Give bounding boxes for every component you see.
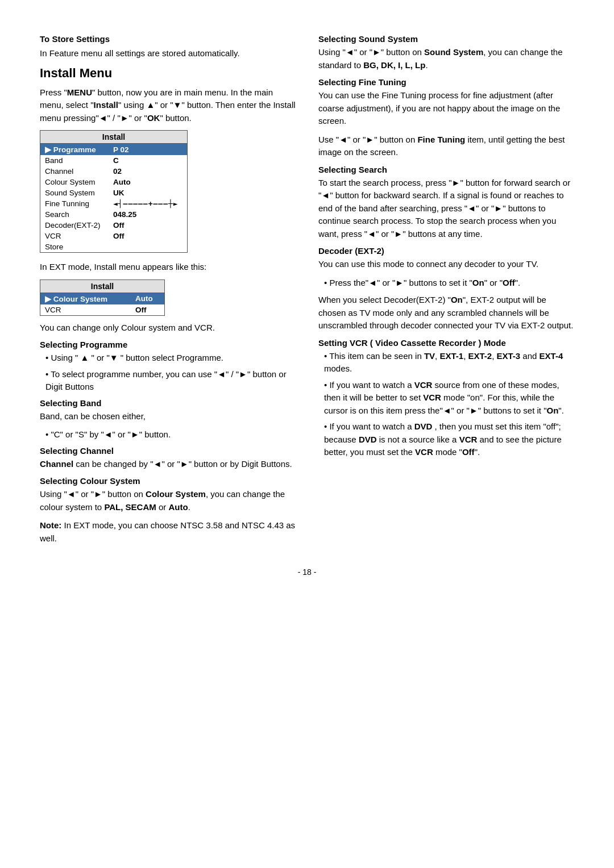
table-cell-value bbox=[109, 241, 188, 253]
decoder-ext2-body2: When you select Decoder(EXT-2) "On", EXT… bbox=[318, 294, 574, 332]
table-row: Search 048.25 bbox=[40, 209, 188, 220]
selecting-channel-body: Channel can be changed by "◄" or "►" but… bbox=[40, 458, 296, 471]
selecting-channel-section: Selecting Channel Channel can be changed… bbox=[40, 446, 296, 471]
table-cell-label: Band bbox=[40, 155, 109, 166]
selecting-programme-list: Using " ▲ " or "▼ " button select Progra… bbox=[40, 352, 296, 394]
to-store-settings-heading: To Store Settings bbox=[40, 34, 296, 44]
table-row: Colour System Auto bbox=[40, 293, 165, 304]
selecting-colour-system-body2: Note: In EXT mode, you can choose NTSC 3… bbox=[40, 519, 296, 545]
install-menu-table: Install Programme P 02 Band C Channel 02… bbox=[40, 130, 188, 253]
table-cell-label: Decoder(EXT-2) bbox=[40, 220, 109, 231]
table-cell-value: Auto bbox=[109, 177, 188, 187]
selecting-band-heading: Selecting Band bbox=[40, 398, 296, 408]
selecting-band-list: "C" or "S" by "◄" or "►" button. bbox=[40, 428, 296, 441]
selecting-search-section: Selecting Search To start the search pro… bbox=[318, 165, 574, 241]
table-cell-fine-tuning: ◄┤–––––+–––┼► bbox=[109, 198, 188, 209]
setting-vcr-list: This item can be seen in TV, EXT-1, EXT-… bbox=[318, 350, 574, 459]
ext-table-header: Install bbox=[40, 279, 165, 293]
list-item: Press the"◄" or "►" buttons to set it "O… bbox=[324, 277, 574, 290]
selecting-sound-system-section: Selecting Sound System Using "◄" or "►" … bbox=[318, 34, 574, 72]
decoder-ext2-list: Press the"◄" or "►" buttons to set it "O… bbox=[318, 277, 574, 290]
selecting-fine-tuning-body2: Use "◄" or "►" button on Fine Tuning ite… bbox=[318, 133, 574, 159]
selecting-colour-system-section: Selecting Colour System Using "◄" or "►"… bbox=[40, 476, 296, 545]
table-row: Colour System Auto bbox=[40, 177, 188, 187]
selecting-search-body1: To start the search process, press "►" b… bbox=[318, 177, 574, 241]
ext-colour-vcr-note: You can change only Colour system and VC… bbox=[40, 322, 296, 335]
list-item: To select programme number, you can use … bbox=[45, 368, 296, 394]
selecting-fine-tuning-heading: Selecting Fine Tuning bbox=[318, 77, 574, 87]
table-cell-value: 048.25 bbox=[109, 209, 188, 220]
table-row: Band C bbox=[40, 155, 188, 166]
install-table-header: Install bbox=[40, 131, 188, 144]
selecting-colour-system-heading: Selecting Colour System bbox=[40, 476, 296, 486]
decoder-ext2-section: Decoder (EXT-2) You can use this mode to… bbox=[318, 246, 574, 332]
list-item: "C" or "S" by "◄" or "►" button. bbox=[45, 428, 296, 441]
table-row: Programme P 02 bbox=[40, 144, 188, 156]
selecting-colour-system-body1: Using "◄" or "►" button on Colour System… bbox=[40, 488, 296, 514]
selecting-programme-section: Selecting Programme Using " ▲ " or "▼ " … bbox=[40, 340, 296, 394]
table-cell-label: Search bbox=[40, 209, 109, 220]
selecting-programme-heading: Selecting Programme bbox=[40, 340, 296, 349]
to-store-settings-body: In Feature menu all settings are stored … bbox=[40, 47, 296, 60]
decoder-ext2-body1: You can use this mode to connect any dec… bbox=[318, 258, 574, 271]
selecting-sound-system-body: Using "◄" or "►" button on Sound System,… bbox=[318, 46, 574, 72]
selecting-fine-tuning-section: Selecting Fine Tuning You can use the Fi… bbox=[318, 77, 574, 159]
selecting-sound-system-heading: Selecting Sound System bbox=[318, 34, 574, 44]
table-row: Channel 02 bbox=[40, 166, 188, 177]
selecting-fine-tuning-body1: You can use the Fine Tuning process for … bbox=[318, 89, 574, 128]
table-cell-label: Store bbox=[40, 241, 109, 253]
table-cell-value: UK bbox=[109, 187, 188, 198]
list-item: Using " ▲ " or "▼ " button select Progra… bbox=[45, 352, 296, 365]
decoder-ext2-heading: Decoder (EXT-2) bbox=[318, 246, 574, 256]
selecting-band-body: Band, can be chosen either, bbox=[40, 410, 296, 423]
table-cell-label: Fine Tunning bbox=[40, 198, 109, 209]
table-cell-label: Sound System bbox=[40, 187, 109, 198]
table-cell-value: Off bbox=[109, 220, 188, 231]
table-row: Sound System UK bbox=[40, 187, 188, 198]
left-column: To Store Settings In Feature menu all se… bbox=[40, 34, 296, 550]
ext-install-table: Install Colour System Auto VCR Off bbox=[40, 279, 165, 316]
list-item: If you want to watch a DVD , then you mu… bbox=[324, 420, 574, 459]
ext-mode-note: In EXT mode, Install menu appears like t… bbox=[40, 261, 296, 274]
table-row: Fine Tunning ◄┤–––––+–––┼► bbox=[40, 198, 188, 209]
table-row: Decoder(EXT-2) Off bbox=[40, 220, 188, 231]
install-menu-title: Install Menu bbox=[40, 66, 296, 81]
table-cell-label: VCR bbox=[40, 304, 131, 316]
table-cell-label: Channel bbox=[40, 166, 109, 177]
table-cell-label: VCR bbox=[40, 231, 109, 241]
table-row: VCR Off bbox=[40, 231, 188, 241]
table-cell-value: P 02 bbox=[109, 144, 188, 156]
table-cell-label: Colour System bbox=[40, 177, 109, 187]
setting-vcr-heading: Setting VCR ( Video Cassette Recorder ) … bbox=[318, 338, 574, 348]
table-cell-value: C bbox=[109, 155, 188, 166]
page-number: - 18 - bbox=[40, 567, 574, 577]
table-cell-value: 02 bbox=[109, 166, 188, 177]
list-item: This item can be seen in TV, EXT-1, EXT-… bbox=[324, 350, 574, 375]
to-store-settings-section: To Store Settings In Feature menu all se… bbox=[40, 34, 296, 60]
table-cell-label: Programme bbox=[40, 144, 109, 156]
selecting-band-section: Selecting Band Band, can be chosen eithe… bbox=[40, 398, 296, 441]
right-column: Selecting Sound System Using "◄" or "►" … bbox=[318, 34, 574, 550]
list-item: If you want to watch a VCR source from o… bbox=[324, 379, 574, 418]
setting-vcr-section: Setting VCR ( Video Cassette Recorder ) … bbox=[318, 338, 574, 459]
table-cell-value: Off bbox=[131, 304, 165, 316]
selecting-channel-heading: Selecting Channel bbox=[40, 446, 296, 456]
table-row: VCR Off bbox=[40, 304, 165, 316]
table-row: Store bbox=[40, 241, 188, 253]
selecting-search-heading: Selecting Search bbox=[318, 165, 574, 174]
table-cell-value: Off bbox=[109, 231, 188, 241]
table-cell-label: Colour System bbox=[40, 293, 131, 304]
install-menu-intro: Press "MENU" button, now you are in main… bbox=[40, 86, 296, 125]
table-cell-value: Auto bbox=[131, 293, 165, 304]
